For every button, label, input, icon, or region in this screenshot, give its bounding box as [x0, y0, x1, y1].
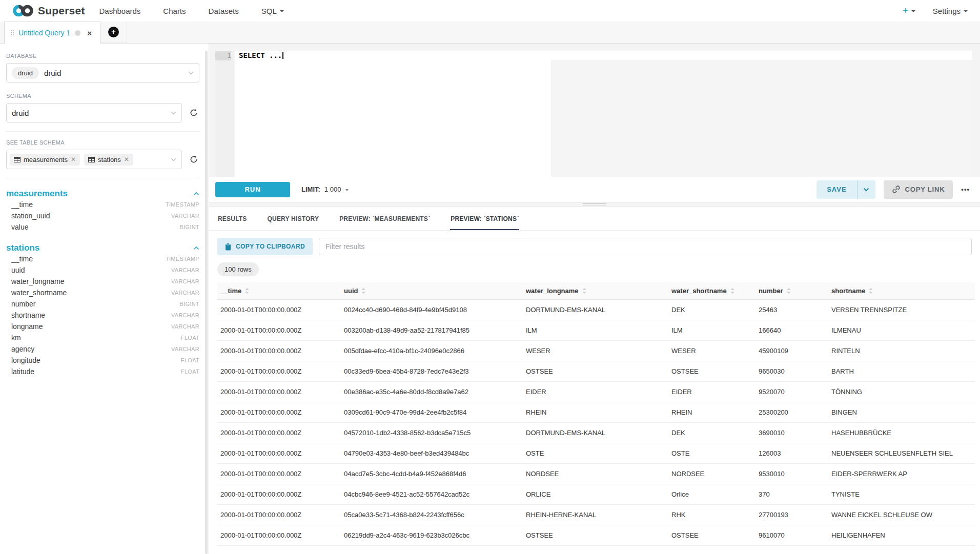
sql-editor[interactable]: 1 SELECT ... [215, 51, 972, 177]
remove-table-icon[interactable]: ✕ [124, 156, 129, 163]
nav-item-sql[interactable]: SQL [261, 7, 284, 15]
table-row[interactable]: 2000-01-01T00:00:00.000Z05ca0e33-5c71-43… [217, 505, 975, 525]
table-row[interactable]: 2000-01-01T00:00:00.000Z06219dd9-a2c4-46… [217, 525, 975, 546]
new-query-tab-button[interactable]: + [100, 22, 127, 43]
table-row[interactable]: 2000-01-01T00:00:00.000Z00e386ac-e35c-4a… [217, 382, 975, 402]
table-name: measurements [6, 189, 68, 199]
pane-resize-gutter [209, 202, 980, 206]
remove-table-icon[interactable]: ✕ [71, 156, 76, 163]
sort-icon[interactable] [787, 288, 791, 294]
results-tab-query-history[interactable]: QUERY HISTORY [267, 207, 320, 230]
save-options-button[interactable] [857, 180, 875, 199]
table-row[interactable]: 2000-01-01T00:00:00.000Z04790e03-4353-4e… [217, 443, 975, 464]
code-line[interactable]: SELECT ... [235, 51, 972, 60]
editor-toolbar: RUN LIMIT: 1 000 SAVE [209, 177, 980, 202]
schema-section-header-measurements[interactable]: measurements [6, 189, 199, 199]
superset-logo[interactable]: Superset [12, 4, 85, 17]
column-header-water_shortname[interactable]: water_shortname [668, 282, 756, 300]
table-cell: OSTE [523, 443, 668, 464]
table-schema-select[interactable]: measurements ✕ stations ✕ [6, 150, 182, 169]
table-cell: 9650030 [756, 361, 828, 382]
column-type: VARCHAR [171, 346, 199, 352]
table-cell: 00e386ac-e35c-4a6e-80dd-f8cd8a9e7a62 [341, 382, 523, 402]
column-row: uuidVARCHAR [6, 264, 199, 276]
database-label: DATABASE [6, 53, 199, 59]
nav-item-charts[interactable]: Charts [163, 7, 186, 15]
table-row[interactable]: 2000-01-01T00:00:00.000Z0024cc40-d690-46… [217, 300, 975, 320]
column-name: uuid [11, 266, 25, 274]
table-cell: 9530010 [756, 464, 828, 484]
sort-icon[interactable] [582, 288, 586, 294]
database-select[interactable]: druid druid [6, 63, 199, 83]
table-row[interactable]: 2000-01-01T00:00:00.000Z04cbc946-8ee9-45… [217, 484, 975, 505]
schema-section-measurements: measurements__timeTIMESTAMPstation_uuidV… [6, 189, 199, 233]
column-row: kmFLOAT [6, 332, 199, 343]
sort-icon[interactable] [245, 288, 249, 294]
table-cell: ORLICE [523, 484, 668, 505]
column-name: station_uuid [11, 212, 50, 220]
refresh-schemas-button[interactable] [188, 107, 199, 118]
table-row[interactable]: 2000-01-01T00:00:00.000Z00c33ed9-6bea-45… [217, 361, 975, 382]
table-cell: WESER [668, 341, 756, 361]
save-button[interactable]: SAVE [816, 180, 856, 199]
table-cell: 005dfdae-efcc-410a-bf1c-24096e0c2866 [341, 341, 523, 361]
results-tab-results[interactable]: RESULTS [217, 207, 248, 230]
table-cell: OSTE [668, 443, 756, 464]
more-actions-button[interactable]: ••• [961, 186, 970, 193]
table-row[interactable]: 2000-01-01T00:00:00.000Z04572010-1db2-43… [217, 423, 975, 443]
run-button[interactable]: RUN [215, 182, 290, 197]
results-tab-preview-stations[interactable]: PREVIEW: `STATIONS` [450, 207, 519, 230]
results-tab-preview-measurements[interactable]: PREVIEW: `MEASUREMENTS` [339, 207, 431, 230]
copy-link-button[interactable]: COPY LINK [884, 180, 953, 199]
column-row: shortnameVARCHAR [6, 310, 199, 321]
schema-section-header-stations[interactable]: stations [6, 243, 199, 253]
column-type: VARCHAR [171, 323, 199, 330]
chevron-down-icon [171, 111, 176, 115]
resize-handle[interactable] [583, 203, 606, 208]
save-split-button: SAVE [816, 180, 875, 199]
nav-item-dashboards[interactable]: Dashboards [99, 7, 140, 15]
table-row[interactable]: 2000-01-01T00:00:00.000Z04acd7e5-3cbc-4c… [217, 464, 975, 484]
table-cell: 2000-01-01T00:00:00.000Z [217, 341, 341, 361]
chevron-up-icon[interactable] [193, 246, 199, 250]
filter-results-input[interactable] [319, 238, 972, 255]
table-pill-stations[interactable]: stations ✕ [84, 154, 133, 166]
table-cell: EIDER-SPERRWERK AP [828, 464, 975, 484]
table-cell: 9520070 [756, 382, 828, 402]
sidebar-scrollbar[interactable] [205, 51, 208, 554]
table-row[interactable]: 2000-01-01T00:00:00.000Z005dfdae-efcc-41… [217, 341, 975, 361]
column-header-uuid[interactable]: uuid [341, 282, 523, 300]
refresh-tables-button[interactable] [188, 154, 199, 165]
new-item-button[interactable]: + [903, 6, 915, 16]
settings-menu[interactable]: Settings [933, 7, 968, 15]
column-header-water_longname[interactable]: water_longname [523, 282, 668, 300]
table-cell: NEUENSEER SCHLEUSENFLETH SIEL [828, 443, 975, 464]
table-cell: ILM [668, 320, 756, 341]
close-tab-icon[interactable]: × [87, 29, 92, 37]
drag-handle-icon[interactable] [11, 30, 14, 35]
copy-to-clipboard-button[interactable]: COPY TO CLIPBOARD [217, 238, 313, 255]
main-area: DATABASE druid druid SCHEMA druid [0, 44, 980, 554]
table-pill-measurements[interactable]: measurements ✕ [10, 154, 80, 166]
limit-dropdown[interactable]: LIMIT: 1 000 [301, 186, 349, 193]
column-header-__time[interactable]: __time [217, 282, 341, 300]
table-cell: Orlice [668, 484, 756, 505]
column-header-shortname[interactable]: shortname [828, 282, 975, 300]
chevron-down-icon [188, 71, 194, 75]
table-cell: 003200ab-d138-49d9-aa52-217817941f85 [341, 320, 523, 341]
table-row[interactable]: 2000-01-01T00:00:00.000Z0309cd61-90c9-47… [217, 402, 975, 423]
table-cell: 04cbc946-8ee9-4521-ac52-557642cad52c [341, 484, 523, 505]
column-header-number[interactable]: number [756, 282, 828, 300]
sort-icon[interactable] [869, 288, 873, 294]
schema-select[interactable]: druid [6, 103, 182, 122]
chevron-up-icon[interactable] [193, 192, 199, 196]
sort-icon[interactable] [730, 288, 734, 294]
nav-item-datasets[interactable]: Datasets [209, 7, 239, 15]
column-row: numberBIGINT [6, 298, 199, 310]
table-row[interactable]: 2000-01-01T00:00:00.000Z003200ab-d138-49… [217, 320, 975, 341]
query-tab-title[interactable]: Untitled Query 1 [18, 29, 70, 37]
column-type: BIGINT [180, 301, 199, 307]
query-tab-active[interactable]: Untitled Query 1 × [4, 22, 100, 44]
sort-icon[interactable] [361, 288, 365, 294]
table-cell: RINTELN [828, 341, 975, 361]
